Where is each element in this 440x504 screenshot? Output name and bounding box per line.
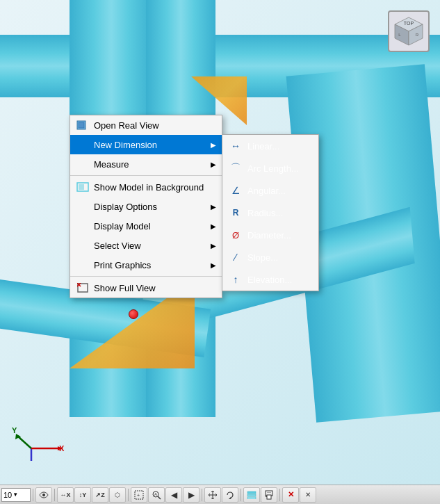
display-model-arrow: ▶ [211,222,216,230]
sep-4 [202,489,202,501]
menu-item-print-graphics[interactable]: Print Graphics ▶ [70,255,222,275]
zoom-box-button[interactable]: + [131,487,147,503]
submenu-arc-length[interactable]: Arc Length... [222,157,318,179]
print-graphics-icon [76,258,90,272]
print-graphics-label: Print Graphics [94,260,205,270]
menu-item-open-real-view[interactable]: Open Real View [70,115,222,135]
select-view-icon [76,238,90,252]
svg-rect-35 [267,492,271,493]
svg-text:A: A [154,492,157,496]
cube-svg: TOP L R [391,14,426,49]
print-icon [264,490,274,500]
menu-item-measure[interactable]: Measure ▶ [70,154,222,174]
zoom-all-button[interactable]: A [148,487,165,503]
layer-icon [247,491,256,499]
show-full-view-label: Show Full View [94,283,216,293]
zoom-combo[interactable]: 10 ▼ [1,488,31,502]
close-y-button[interactable]: ✕ [300,487,316,503]
zoom-dropdown-icon[interactable]: ▼ [13,491,18,498]
submenu-angular[interactable]: Angular... [222,179,318,202]
svg-text:Z: Z [30,461,35,462]
svg-line-27 [158,496,161,499]
fit-z-button[interactable]: ↗Z [92,487,108,503]
angular-icon [228,183,243,198]
menu-item-show-full-view[interactable]: Show Full View [70,278,222,298]
fit-x-button[interactable]: ↔X [57,487,74,503]
close-y-icon: ✕ [305,491,311,498]
svg-rect-19 [79,184,84,190]
slope-icon [228,250,243,265]
zoom-box-icon: + [134,490,144,500]
submenu-linear[interactable]: Linear... [222,135,318,157]
new-dimension-arrow: ▶ [211,141,216,149]
sep-6 [279,489,280,501]
rotate-button[interactable] [222,487,238,503]
linear-icon [228,138,243,154]
zoom-prev-button[interactable]: ◀ [165,487,182,503]
svg-text:+: + [137,493,140,498]
zoom-prev-icon: ◀ [171,490,177,500]
print-button[interactable] [261,487,277,503]
diameter-label: Diameter... [247,230,291,241]
eye-button[interactable] [35,487,52,503]
marker-1 [129,309,138,319]
layer-button[interactable] [243,487,260,503]
menu-item-display-model[interactable]: Display Model ▶ [70,216,222,236]
new-dimension-icon [76,138,90,152]
close-x-button[interactable]: ✕ [282,487,299,503]
svg-rect-17 [79,122,84,128]
menu-item-new-dimension[interactable]: New Dimension ▶ Linear... Arc Length... … [70,135,222,154]
submenu-radius[interactable]: Radius... [222,202,318,224]
svg-point-36 [266,496,267,497]
separator-2 [70,276,222,277]
select-view-label: Select View [94,241,205,251]
svg-text:TOP: TOP [404,21,414,26]
separator-1 [70,175,222,176]
show-model-bg-label: Show Model in Background [94,182,216,193]
sep-2 [54,489,55,501]
arc-length-icon [228,161,243,176]
fit-iso-button[interactable]: ⬡ [109,487,126,503]
open-real-view-label: Open Real View [94,120,216,131]
elevation-label: Elevation... [247,275,292,285]
svg-text:X: X [59,444,65,453]
display-model-icon [76,219,90,233]
svg-point-23 [42,494,45,496]
submenu-elevation[interactable]: Elevation... [222,268,318,291]
pan-button[interactable] [204,487,221,503]
eye-icon [39,491,49,498]
fit-y-button[interactable]: ↕Y [74,487,91,503]
display-options-icon [76,200,90,213]
svg-rect-31 [247,494,256,496]
submenu-diameter[interactable]: Diameter... [222,224,318,246]
submenu-slope[interactable]: Slope... [222,246,318,268]
svg-rect-30 [247,491,256,494]
arc-length-label: Arc Length... [247,163,299,174]
svg-line-13 [17,436,31,448]
new-dimension-submenu: Linear... Arc Length... Angular... Radiu… [222,134,319,291]
context-menu: Open Real View New Dimension ▶ Linear...… [70,115,222,298]
svg-rect-32 [247,497,256,499]
new-dimension-label: New Dimension [94,140,205,150]
menu-item-display-options[interactable]: Display Options ▶ [70,197,222,216]
display-model-label: Display Model [94,221,205,231]
sep-3 [128,489,129,501]
linear-label: Linear... [247,141,279,152]
svg-rect-34 [267,495,271,499]
measure-label: Measure [94,159,205,170]
svg-text:Y: Y [12,426,17,434]
orientation-cube[interactable]: TOP L R [388,10,430,52]
angular-label: Angular... [247,186,286,196]
zoom-next-button[interactable]: ▶ [183,487,199,503]
radius-icon [228,205,243,220]
sep-5 [241,489,241,501]
menu-item-select-view[interactable]: Select View ▶ [70,236,222,255]
fit-x-icon: ↔X [60,491,70,498]
display-options-label: Display Options [94,202,205,212]
print-graphics-arrow: ▶ [211,261,216,269]
menu-item-show-model-bg[interactable]: Show Model in Background [70,177,222,197]
select-view-arrow: ▶ [211,242,216,250]
measure-arrow: ▶ [211,161,216,168]
bottom-toolbar: 10 ▼ ↔X ↕Y ↗Z ⬡ + A ◀ [0,485,440,504]
open-real-view-icon [76,118,90,132]
